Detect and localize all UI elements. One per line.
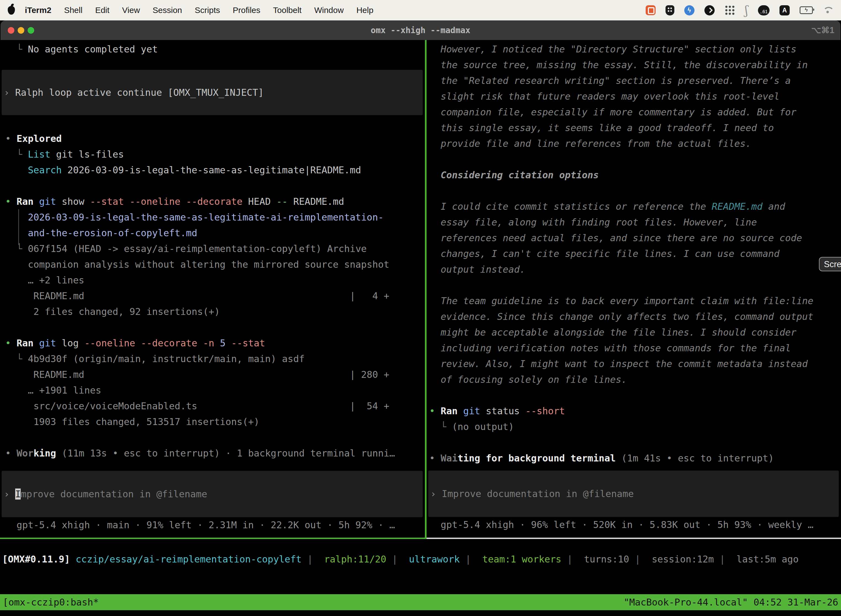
terminal-line: • Ran git status --short [426,403,841,419]
terminal-line: the source tree, missing the essay. Stil… [426,57,841,73]
badge-icon[interactable]: ϟ [684,5,694,15]
terminal-line: … +2 lines [0,273,425,288]
blank-line [426,277,841,293]
terminal-window: └ No agents completed yet› Ralph loop ac… [0,40,841,616]
blank-line [0,320,425,335]
tmux-host-time-label: "MacBook-Pro-44.local" 04:52 31-Mar-26 [624,597,838,608]
tmux-status-bar: [omx-cczip0:bash* "MacBook-Pro-44.local"… [0,594,841,610]
menu-item-help[interactable]: Help [356,6,374,15]
squiggle-icon[interactable]: ʃ [745,4,748,17]
menu-item-edit[interactable]: Edit [95,6,110,15]
window-title-bar[interactable]: omx --xhigh --madmax ⌥⌘1 [0,21,841,40]
terminal-line: gpt-5.4 xhigh · main · 91% left · 2.31M … [0,517,425,533]
prompt-input-line[interactable]: › Improve documentation in @filename [428,487,634,501]
input-a-icon[interactable]: A [779,5,790,15]
prompt-input-box[interactable]: › Improve documentation in @filename [428,471,839,517]
terminal-line: review. Also, I might want to inspect th… [426,356,841,372]
blank-line [426,183,841,199]
dots-icon[interactable] [725,5,735,15]
menu-item-toolbelt[interactable]: Toolbelt [273,6,302,15]
blank-line [426,151,841,167]
terminal-line: However, I noticed the "Directory Struct… [426,41,841,57]
blank-line [0,178,425,194]
wifi-icon[interactable] [823,6,833,14]
terminal-line: └ No agents completed yet [0,41,425,57]
pane-bottom-border-right [426,538,841,539]
menu-item-session[interactable]: Session [152,6,182,15]
terminal-line: and-the-erosion-of-copyleft.md [0,225,425,241]
menu-item-scripts[interactable]: Scripts [195,6,220,15]
terminal-line: … +1901 lines [0,383,425,398]
disc-icon[interactable] [705,5,715,15]
tree-guide-line [18,209,19,245]
terminal-line: essay file, along with finding root file… [426,214,841,230]
terminal-line: README.md | 4 + [0,288,425,304]
menu-bar: iTerm2ShellEditViewSessionScriptsProfile… [0,0,841,21]
terminal-line: including verification notes with those … [426,340,841,356]
terminal-line: The team guideline is to back every impo… [426,293,841,309]
terminal-line: slight risk that future readers may over… [426,89,841,104]
menu-item-shell[interactable]: Shell [64,6,82,15]
terminal-line: I could cite commit statistics or refere… [426,199,841,214]
blank-line [0,115,425,131]
charge-icon[interactable] [800,6,813,14]
terminal-line: • Ran git show --stat --oneline --decora… [0,194,425,210]
chat-icon[interactable] [646,5,656,15]
terminal-line: of focusing solely on file lines. [426,372,841,387]
terminal-line: might be acceptable alongside the file l… [426,324,841,340]
terminal-line: references need actual files, and since … [426,230,841,246]
terminal-line: └ List git ls-files [0,147,425,162]
terminal-line: • Ran git log --oneline --decorate -n 5 … [0,335,425,351]
blank-line [426,387,841,403]
pane-bottom-border-left [0,538,426,539]
tmux-pane-right[interactable]: However, I noticed the "Directory Struct… [426,40,841,532]
apple-menu-icon[interactable] [8,6,15,15]
blank-line [426,435,841,450]
prompt-input-line[interactable]: › Ralph loop active continue [OMX_TMUX_I… [1,85,264,99]
terminal-line: • Explored [0,131,425,147]
terminal-line: • Working (11m 13s • esc to interrupt) ·… [0,446,425,461]
terminal-line: the "Related research writing" section i… [426,73,841,89]
screen-share-chip[interactable]: Scre [819,257,841,271]
terminal-line: this single essay, it seems like a good … [426,120,841,136]
terminal-line: • Waiting for background terminal (1m 41… [426,450,841,466]
menu-item-profiles[interactable]: Profiles [233,6,260,15]
battery-61-icon[interactable]: ..61 [758,5,769,15]
window-shortcut-badge: ⌥⌘1 [811,21,834,40]
terminal-line: gpt-5.4 xhigh · 96% left · 520K in · 5.8… [426,517,841,532]
shield-icon[interactable] [665,5,674,15]
terminal-line: changes, I can't cite specific file line… [426,246,841,262]
terminal-line: provide file and line references from th… [426,136,841,151]
prompt-input-line[interactable]: › Improve documentation in @filename [1,487,207,501]
terminal-line: evidence. Since this change only affects… [426,309,841,324]
terminal-line: Considering citation options [426,167,841,183]
tmux-pane-left[interactable]: └ No agents completed yet› Ralph loop ac… [0,40,425,533]
terminal-line: README.md | 280 + [0,367,425,383]
terminal-line: companion analysis without altering the … [0,257,425,273]
menu-item-view[interactable]: View [122,6,140,15]
terminal-line: └ 067f154 (HEAD -> essay/ai-reimplementa… [0,241,425,257]
omx-status-line: [OMX#0.11.9] cczip/essay/ai-reimplementa… [2,551,799,567]
tmux-session-label: [omx-cczip0:bash* [3,597,99,608]
terminal-line: └ 4b9d30f (origin/main, instructkr/main,… [0,351,425,367]
window-title: omx --xhigh --madmax [0,21,841,40]
terminal-line: 1903 files changed, 513517 insertions(+) [0,414,425,430]
terminal-line: src/voice/voiceModeEnabled.ts | 54 + [0,398,425,414]
prompt-input-box[interactable]: › Ralph loop active continue [OMX_TMUX_I… [1,70,423,115]
pane-divider[interactable] [425,40,426,538]
terminal-line: Search 2026-03-09-is-legal-the-same-as-l… [0,162,425,178]
menu-item-window[interactable]: Window [314,6,344,15]
prompt-input-box[interactable]: › Improve documentation in @filename [1,471,423,517]
screen: iTerm2ShellEditViewSessionScriptsProfile… [0,0,841,616]
terminal-line: output instead. [426,262,841,277]
menu-status-icons: ϟʃ..61A [646,4,833,17]
terminal-line: 2 files changed, 92 insertions(+) [0,304,425,320]
menu-items: iTerm2ShellEditViewSessionScriptsProfile… [25,6,373,15]
terminal-line: companion file, especially if more comme… [426,104,841,120]
terminal-line: 2026-03-09-is-legal-the-same-as-legitima… [0,210,425,225]
terminal-line: └ (no output) [426,419,841,435]
blank-line [0,430,425,446]
menu-item-iterm2[interactable]: iTerm2 [25,6,51,15]
